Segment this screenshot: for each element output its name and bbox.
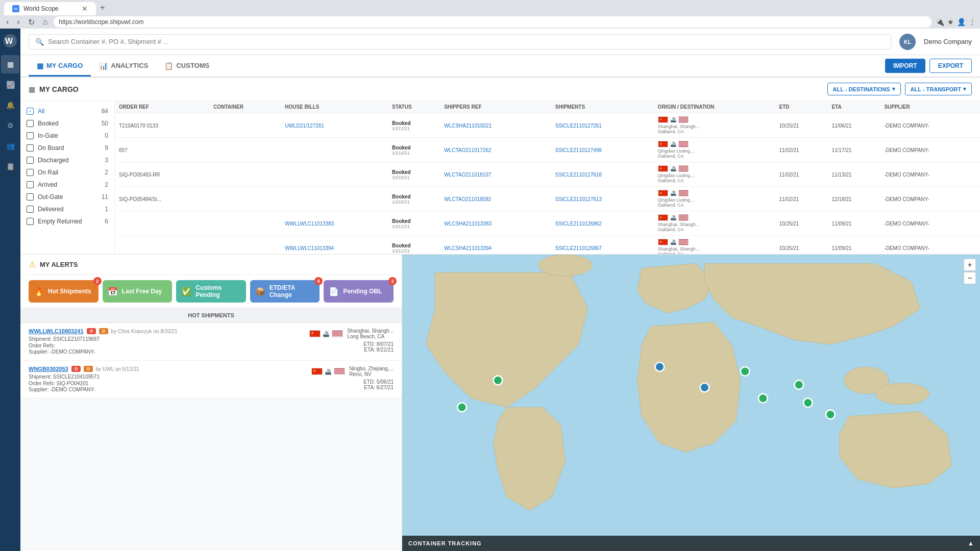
- reload-button[interactable]: ↻: [26, 16, 37, 28]
- out-gate-icon: [27, 193, 34, 201]
- export-button[interactable]: EXPORT: [929, 59, 972, 73]
- alert-dest-label: Long Beach, CA: [347, 334, 394, 339]
- map-zoom-out[interactable]: −: [964, 272, 976, 284]
- sidebar-item-delivered[interactable]: Delivered 1: [20, 203, 114, 215]
- alert-tab-hot-shipments[interactable]: 2 🔥 Hot Shipments: [29, 280, 99, 303]
- cell-shippers-ref: WLCSHA211013394: [440, 236, 551, 255]
- tab-analytics[interactable]: 📊 ANALYTICS: [91, 57, 156, 77]
- alert-origin-flag: ★: [309, 330, 321, 337]
- alert-supplier: Supplier: -DEMO COMPANY-: [29, 349, 302, 355]
- map-zoom-in[interactable]: +: [964, 259, 976, 271]
- col-container: CONTAINER: [209, 101, 281, 113]
- alert-etd: ETD: 5/06/21: [302, 379, 394, 385]
- analytics-tab-icon: 📊: [99, 62, 108, 70]
- forward-button[interactable]: ›: [15, 16, 21, 28]
- sidebar-icon-cargo[interactable]: ▦: [1, 55, 19, 73]
- tab-title: World Scope: [23, 5, 58, 12]
- transport-filter[interactable]: ALL - TRANSPORT ▾: [905, 83, 972, 95]
- back-button[interactable]: ‹: [4, 16, 11, 28]
- tab-close-button[interactable]: ✕: [82, 5, 88, 13]
- nav-tabs: ▦ MY CARGO 📊 ANALYTICS 📋 CUSTOMS: [20, 55, 885, 77]
- bottom-split: ⚠ MY ALERTS 2 🔥 Hot Shipments 📅 Last Fre…: [20, 255, 980, 551]
- svg-point-10: [794, 380, 803, 389]
- table-row[interactable]: SIQ-PO05483-RR Booked 10/15/21 WLCTAO211…: [115, 162, 980, 187]
- sidebar-item-booked[interactable]: Booked 50: [20, 117, 114, 130]
- active-tab[interactable]: W World Scope ✕: [4, 2, 96, 15]
- alert-tab-customs-pending[interactable]: ✅ Customs Pending: [176, 280, 246, 303]
- cell-supplier: -DEMO COMPANY-: [880, 113, 980, 138]
- discharged-icon: [27, 157, 34, 164]
- sidebar-icon-alerts[interactable]: 🔔: [1, 96, 19, 114]
- bookmark-button[interactable]: ★: [947, 18, 954, 26]
- browser-actions: 🔌 ★ 👤 ⋮: [936, 18, 976, 26]
- cell-status: Booked 10/15/21: [388, 187, 440, 211]
- browser-chrome: W World Scope ✕ + ‹ › ↻ ⌂ https://worlds…: [0, 0, 980, 29]
- table-row[interactable]: 65? Booked 10/14/21 WLCTAO211017262 SSIC…: [115, 138, 980, 162]
- sidebar-item-empty-returned[interactable]: Empty Returned 6: [20, 215, 114, 228]
- alert-tabs: 2 🔥 Hot Shipments 📅 Last Free Day ✅ Cust…: [20, 275, 402, 308]
- sidebar-item-on-rail[interactable]: On Rail 2: [20, 166, 114, 179]
- sidebar-item-arrived[interactable]: Arrived 2: [20, 179, 114, 191]
- table-row[interactable]: T210A0170 0133 UWLD21/127261 Booked 10/1…: [115, 113, 980, 138]
- destinations-filter[interactable]: ALL - DESTINATIONS ▾: [827, 83, 901, 95]
- dest-flag: [678, 214, 689, 221]
- cell-shipments: SSICLE2110126867: [551, 236, 654, 255]
- browser-tab-strip: W World Scope ✕ +: [0, 0, 980, 15]
- alerts-section: ⚠ MY ALERTS 2 🔥 Hot Shipments 📅 Last Fre…: [20, 255, 402, 551]
- cell-supplier: -DEMO COMPANY-: [880, 211, 980, 236]
- col-origin-dest: ORIGIN / DESTINATION: [654, 101, 775, 113]
- cell-container: [209, 138, 281, 162]
- tab-label-hot-shipments: Hot Shipments: [48, 288, 91, 295]
- extensions-button[interactable]: 🔌: [936, 18, 944, 26]
- cell-shipments: SSICLE2110127613: [551, 187, 654, 211]
- cargo-header-icon: ▦: [29, 85, 35, 93]
- tab-my-cargo[interactable]: ▦ MY CARGO: [29, 57, 91, 77]
- sidebar-icon-reports[interactable]: 📋: [1, 157, 19, 176]
- table-row[interactable]: WWLLWLC11013394 Booked 10/11/21 WLCSHA21…: [115, 236, 980, 255]
- tab-label-pending-obl: Pending OBL: [343, 288, 382, 295]
- alert-house-bill-link[interactable]: WWLLWLC10803241: [29, 328, 84, 334]
- alert-ship-icon: 🚢: [325, 368, 332, 375]
- table-row[interactable]: WWLLWLC11013383 Booked 10/11/21 WLCSHA21…: [115, 211, 980, 236]
- origin-flag: ★: [658, 165, 668, 172]
- cell-order-ref: SIQ-PO05483-RR: [115, 162, 209, 187]
- profile-button[interactable]: 👤: [957, 18, 966, 26]
- alert-tab-pending-obl[interactable]: 2 📄 Pending OBL: [324, 280, 394, 303]
- alert-origin-flag: ★: [311, 368, 323, 375]
- cell-supplier: -DEMO COMPANY-: [880, 138, 980, 162]
- alert-tab-etd-eta-change[interactable]: 6 📦 ETD/ETA Change: [250, 280, 320, 303]
- alert-dest-flag: [332, 330, 343, 337]
- cell-shippers-ref: WLCSHA211015021: [440, 113, 551, 138]
- sidebar-item-on-board[interactable]: On Board 9: [20, 142, 114, 154]
- cell-order-ref: [115, 236, 209, 255]
- cell-house-bills: [281, 138, 388, 162]
- alert-house-bill-link[interactable]: WNGB0302053: [29, 366, 68, 372]
- sidebar-item-discharged[interactable]: Discharged 3: [20, 154, 114, 166]
- all-icon: ✓: [27, 108, 34, 115]
- cell-origin-dest: ★ 🚢 Shanghai, Shangh... Oakland, CA: [654, 211, 775, 236]
- search-input[interactable]: [48, 38, 885, 45]
- tab-favicon: W: [12, 5, 19, 12]
- alert-origin-label: Shanghai, Shangh...: [347, 328, 394, 334]
- table-row[interactable]: SIQ-PO05484/Si... Booked 10/15/21 WLCTAO…: [115, 187, 980, 211]
- cell-order-ref: T210A0170 0133: [115, 113, 209, 138]
- search-container[interactable]: 🔍: [29, 34, 891, 49]
- alert-tab-last-free-day[interactable]: 📅 Last Free Day: [103, 280, 173, 303]
- filter-dropdowns: ALL - DESTINATIONS ▾ ALL - TRANSPORT ▾: [827, 83, 972, 95]
- url-bar[interactable]: https://worldscope.shipuwl.com: [54, 16, 932, 28]
- sidebar-icon-settings[interactable]: ⚙: [1, 116, 19, 135]
- import-button[interactable]: IMPORT: [885, 59, 925, 73]
- alert-item: WWLLWLC10803241 ⊙ ⊙ by Chris Kraxczyk on…: [20, 323, 402, 361]
- new-tab-button[interactable]: +: [96, 0, 109, 15]
- sidebar-item-all[interactable]: ✓ All 84: [20, 105, 114, 117]
- sidebar-item-in-gate[interactable]: In-Gate 0: [20, 130, 114, 142]
- sidebar-icon-users[interactable]: 👥: [1, 137, 19, 155]
- alert-dest-label: Reno, NV: [349, 371, 394, 377]
- settings-button[interactable]: ⋮: [969, 18, 976, 26]
- tab-customs[interactable]: 📋 CUSTOMS: [156, 57, 217, 77]
- container-tracking-bar[interactable]: CONTAINER TRACKING ▲: [402, 536, 980, 551]
- home-button[interactable]: ⌂: [41, 16, 50, 28]
- sidebar-item-out-gate[interactable]: Out-Gate 11: [20, 191, 114, 203]
- sidebar-icon-analytics[interactable]: 📈: [1, 76, 19, 94]
- cell-status: Booked 10/15/21: [388, 162, 440, 187]
